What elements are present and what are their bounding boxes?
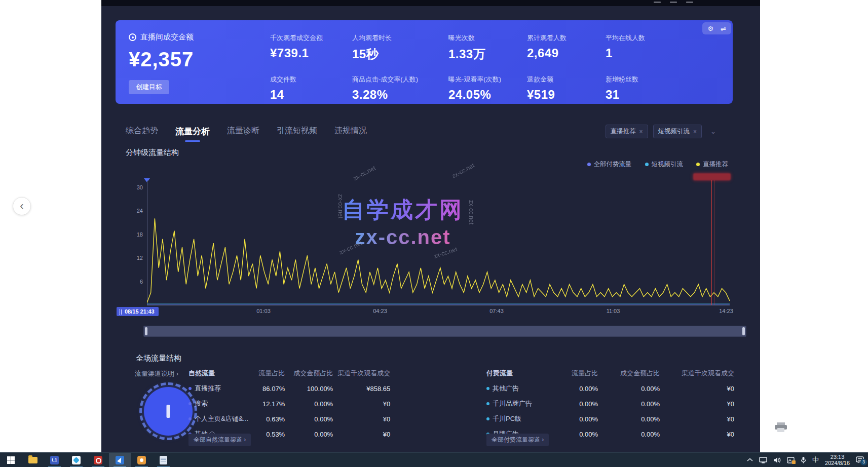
back-icon: ‹ [20,200,23,212]
y-tick: 12 [126,255,143,261]
col-header: 渠道千次观看成交 [333,366,390,381]
folder-icon [28,457,37,463]
maximize-button[interactable] [670,2,677,3]
taskbar-item-active-app[interactable] [109,453,131,467]
notification-badge: 3 [860,459,867,465]
taskbar-item-explorer[interactable] [22,453,44,467]
table-row: 千川品牌广告 0.00%0.00%¥0 [486,396,734,411]
taskbar-item-app2[interactable] [65,453,87,467]
metric-cell: 成交件数14 [270,75,352,102]
watermark-small: zx-cc.net [352,165,377,182]
x-tick: 07:43 [489,308,504,314]
chevron-down-icon[interactable]: ⌄ [707,126,720,137]
traffic-line-chart [147,181,730,305]
ime-indicator[interactable]: 中 [812,455,819,464]
table-row: 搜索 12.17%0.00%¥0 [188,396,390,411]
series-dot [486,417,489,420]
network-icon[interactable] [759,457,767,463]
metric-cell: 千次观看成交金额¥739.1 [270,33,352,62]
tab-short-video[interactable]: 引流短视频 [277,126,317,142]
x-axis-line [147,305,730,305]
series-dot [188,387,192,390]
metric-cell: 累计观看人数2,649 [527,33,606,62]
series-dot [188,417,192,420]
gear-icon[interactable]: ⚙ [707,25,713,32]
all-paid-channels-link[interactable]: 全部付费流量渠道 › [486,434,549,446]
time-range-slider[interactable] [143,326,746,337]
filter-tag[interactable]: 短视频引流× [653,125,702,138]
legend-item[interactable]: 全部付费流量 [587,160,632,169]
metric-cell: 平均在线人数1 [606,33,723,62]
kpi-main-value: ¥2,357 [129,48,194,71]
x-tick: 11:03 [607,308,620,314]
col-header: 成交金额占比 [598,366,660,381]
y-tick: 18 [126,231,143,238]
metric-cell: 新增粉丝数31 [606,75,723,102]
col-header: 流量占比 [543,366,598,381]
arrow-right-icon: › [176,370,178,377]
start-button[interactable] [0,453,22,467]
close-button[interactable] [686,2,693,3]
taskbar-item-app3[interactable] [87,453,109,467]
chart-legend: 全部付费流量 短视频引流 直播推荐 [587,160,729,169]
x-tick: 04:23 [373,308,387,314]
cursor-app-icon [116,456,124,464]
orange-app-icon [137,456,146,464]
all-natural-channels-link[interactable]: 全部自然流量渠道 › [188,434,251,446]
slider-handle-right[interactable] [742,327,745,335]
table-header: 付费流量 [486,366,543,381]
taskbar-item-app1[interactable]: L1 [44,453,65,467]
paid-traffic-table: 付费流量 流量占比 成交金额占比 渠道千次观看成交 其他广告 0.00%0.00… [486,366,734,442]
table-row: 千川PC版 0.00%0.00%¥0 [486,411,734,426]
tray-expand-icon[interactable] [747,458,753,462]
close-icon[interactable]: × [693,128,697,135]
kpi-metrics: 千次观看成交金额¥739.1 人均观看时长15秒 曝光次数1.33万 累计观看人… [270,33,723,102]
y-tick: 24 [126,208,143,214]
taskbar-item-app5[interactable] [131,453,153,467]
printer-icon[interactable] [774,422,787,433]
overall-section-title: 全场流量结构 [136,354,181,363]
screenshot-tool-icon[interactable] [787,457,795,463]
kpi-title: 直播间成交金额 [140,32,194,42]
taskbar: L1 中 23:13 2024/8/16 3 [0,452,868,467]
create-goal-button[interactable]: 创建目标 [129,80,169,94]
tab-traffic-diagnosis[interactable]: 流量诊断 [227,126,259,142]
clock[interactable]: 23:13 2024/8/16 [825,454,850,466]
taskbar-item-notepad[interactable] [153,453,174,467]
microphone-icon[interactable] [801,456,806,463]
y-tick: 6 [126,279,143,285]
channel-info-link[interactable]: 流量渠道说明 › [135,369,178,378]
table-row: 其他广告 0.00%0.00%¥0 [486,381,734,396]
tray-date: 2024/8/16 [825,460,850,466]
metric-cell: 曝光-观看率(次数)24.05% [448,75,527,102]
filter-tag[interactable]: 直播推荐× [606,125,648,138]
close-icon[interactable]: × [639,128,643,135]
time-cursor-chip[interactable]: 08/15 21:43 [117,307,159,316]
red-app-icon [94,456,102,464]
series-dot [486,402,489,405]
tab-violations[interactable]: 违规情况 [334,126,367,142]
natural-traffic-table: 自然流量 流量占比 成交金额占比 渠道千次观看成交 直播推荐 86.07%100… [188,366,390,442]
tray-time: 23:13 [825,454,850,460]
kpi-toolbar: ⚙ ⇌ [702,22,731,34]
l1-app-icon: L1 [50,456,59,464]
legend-item[interactable]: 短视频引流 [645,160,684,169]
minimize-button[interactable] [654,2,661,3]
swap-icon[interactable]: ⇌ [721,25,726,32]
tab-traffic-analysis[interactable]: 流量分析 [175,126,210,142]
x-tick: 01:03 [256,308,271,314]
watermark-small: zx-cc.net [451,162,476,180]
notification-icon[interactable]: 3 [856,456,864,463]
stream-end-annotation [693,173,731,180]
kpi-panel: ⚙ ⇌ 直播间成交金额 ¥2,357 创建目标 千次观看成交金额¥739.1 人… [116,20,733,104]
legend-item[interactable]: 直播推荐 [696,160,728,169]
back-button[interactable]: ‹ [13,197,31,215]
slider-handle-left[interactable] [145,327,147,335]
y-tick: 30 [126,184,143,190]
table-row: 个人主页&店铺&... 0.63%0.00%¥0 [188,411,390,426]
app-window: ⚙ ⇌ 直播间成交金额 ¥2,357 创建目标 千次观看成交金额¥739.1 人… [101,0,760,452]
metric-cell: 曝光次数1.33万 [448,33,527,62]
col-header: 流量占比 [248,366,285,381]
speaker-icon[interactable] [773,457,781,463]
tab-overall-trend[interactable]: 综合趋势 [126,126,158,142]
